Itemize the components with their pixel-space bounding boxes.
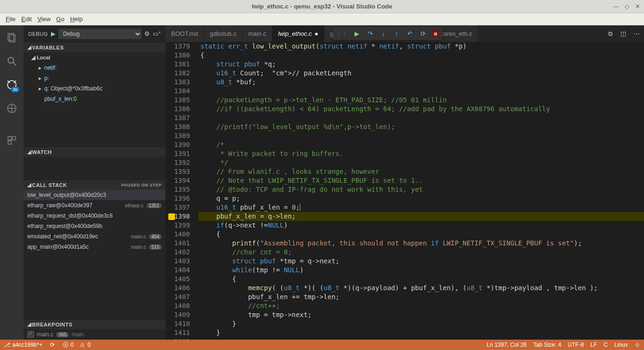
- line-number[interactable]: 1390: [165, 140, 190, 149]
- callstack-frame[interactable]: etharp_raw@0x400de397etharp.c1351: [24, 200, 165, 211]
- code-line[interactable]: {: [198, 275, 644, 284]
- editor-tab[interactable]: main.c: [242, 25, 272, 42]
- code-line[interactable]: //if ((packetLength) < 64) packetLength …: [198, 105, 644, 114]
- code-editor[interactable]: 1379138013811382138313841385138613871388…: [165, 42, 644, 340]
- callstack-frame[interactable]: etharp_request_dst@0x400de3c8: [24, 211, 165, 221]
- split-editor-icon[interactable]: ◫: [619, 30, 627, 38]
- window-close-icon[interactable]: ✕: [635, 3, 640, 10]
- code-line[interactable]: {: [198, 230, 644, 239]
- line-number[interactable]: 1387: [165, 114, 190, 122]
- callstack-frame[interactable]: emulated_net@0x400d19ecmain.c404: [24, 231, 165, 242]
- line-number[interactable]: 1384: [165, 87, 190, 96]
- variable-row[interactable]: ▸netif:: [24, 63, 165, 73]
- line-number[interactable]: 1381: [165, 60, 190, 69]
- code-line[interactable]: if(q->next !=NULL): [198, 221, 644, 230]
- variables-section-header[interactable]: ◢ VARIABLES: [24, 42, 165, 52]
- compare-icon[interactable]: ⧉: [606, 30, 614, 38]
- eol[interactable]: LF: [590, 342, 597, 348]
- line-number[interactable]: 1391: [165, 149, 190, 158]
- debug-toolbar[interactable]: ⋮⋮ ▶ ↷ ↓ ↑ ↶ ⟳ ■: [333, 27, 442, 40]
- menu-view[interactable]: View: [35, 15, 52, 24]
- variable-row[interactable]: ▸p:: [24, 73, 165, 83]
- line-number[interactable]: 1402: [165, 248, 190, 257]
- code-line[interactable]: //cnt++;: [198, 301, 644, 310]
- debug-start-icon[interactable]: ▶: [51, 30, 56, 37]
- line-number[interactable]: 1385: [165, 96, 190, 105]
- code-line[interactable]: q = p;: [198, 194, 644, 203]
- line-number[interactable]: 1380: [165, 51, 190, 60]
- code-line[interactable]: */: [198, 158, 644, 167]
- language-mode[interactable]: C: [603, 342, 608, 348]
- accounts-icon[interactable]: [5, 134, 18, 147]
- step-over-icon[interactable]: ↷: [366, 29, 374, 38]
- line-number[interactable]: 1405: [165, 275, 190, 284]
- menu-edit[interactable]: Edit: [19, 15, 33, 24]
- code-line[interactable]: memcpy( (u8_t *)( (u8_t *)(q->payload) +…: [198, 284, 644, 293]
- code-line[interactable]: //char cnt = 0;: [198, 248, 644, 257]
- line-number[interactable]: 1407: [165, 293, 190, 301]
- code-line[interactable]: }: [198, 319, 644, 328]
- code-line[interactable]: struct pbuf *tmp = q->next;: [198, 257, 644, 266]
- code-line[interactable]: [198, 337, 644, 340]
- code-line[interactable]: u16_t pbuf_x_len = 0;: [198, 203, 644, 212]
- more-icon[interactable]: ⋯: [633, 30, 640, 38]
- code-line[interactable]: printf("Assembling packet, this should n…: [198, 239, 644, 248]
- menu-help[interactable]: Help: [68, 15, 85, 24]
- line-number[interactable]: 1404: [165, 266, 190, 275]
- variable-row[interactable]: pbuf_x_len: 0: [24, 94, 165, 104]
- code-line[interactable]: // @todo: TCP and IP-frag do not work wi…: [198, 185, 644, 194]
- line-number[interactable]: 1395: [165, 185, 190, 194]
- code-line[interactable]: * Write packet to ring buffers.: [198, 149, 644, 158]
- restart-icon[interactable]: ⟳: [419, 29, 427, 38]
- tab-size[interactable]: Tab Size: 4: [533, 342, 561, 348]
- step-out-icon[interactable]: ↑: [392, 29, 401, 38]
- debug-console-icon[interactable]: ▭●: [153, 30, 161, 37]
- line-number[interactable]: 1393: [165, 167, 190, 176]
- breakpoint-row[interactable]: main.c365main: [24, 329, 165, 340]
- debug-settings-icon[interactable]: ⚙: [144, 30, 150, 37]
- step-into-icon[interactable]: ↓: [379, 29, 388, 38]
- step-back-icon[interactable]: ↶: [405, 29, 414, 38]
- callstack-frame[interactable]: app_main@0x400d1a5cmain.c515: [24, 242, 165, 252]
- line-number[interactable]: 1409: [165, 310, 190, 319]
- checkbox-icon[interactable]: [27, 331, 34, 338]
- line-number[interactable]: 1412: [165, 337, 190, 340]
- code-line[interactable]: /*: [198, 140, 644, 149]
- continue-icon[interactable]: ▶: [353, 29, 361, 38]
- line-number[interactable]: 1389: [165, 131, 190, 140]
- code-line[interactable]: u16_t Count; "cm">// packetLength: [198, 69, 644, 78]
- code-line[interactable]: while(tmp != NULL): [198, 266, 644, 275]
- git-branch[interactable]: ⎇a4cc199b*+: [4, 342, 42, 348]
- line-number[interactable]: 1386: [165, 105, 190, 114]
- code-line[interactable]: pbuf_x_len = q->len;: [198, 212, 644, 221]
- drag-handle-icon[interactable]: ⋮⋮: [336, 30, 348, 37]
- sync-button[interactable]: ⟳: [49, 342, 56, 348]
- code-line[interactable]: }: [198, 328, 644, 337]
- code-line[interactable]: [198, 131, 644, 140]
- line-number[interactable]: 1382: [165, 69, 190, 78]
- local-scope[interactable]: ◢Local: [24, 52, 165, 63]
- code-line[interactable]: struct pbuf *q;: [198, 60, 644, 69]
- line-number[interactable]: 1411: [165, 328, 190, 337]
- line-number[interactable]: 1383: [165, 78, 190, 87]
- menu-file[interactable]: File: [4, 15, 17, 24]
- editor-tab[interactable]: BOOT.md: [165, 25, 204, 42]
- line-number[interactable]: 1406: [165, 284, 190, 293]
- line-number[interactable]: 1396: [165, 194, 190, 203]
- line-number[interactable]: 1408: [165, 301, 190, 310]
- callstack-frame[interactable]: low_level_output@0x400d20c3: [24, 190, 165, 200]
- search-icon[interactable]: [5, 55, 18, 68]
- code-line[interactable]: [198, 87, 644, 96]
- line-number[interactable]: 1403: [165, 257, 190, 266]
- editor-tab[interactable]: lwip_ethoc.c●: [272, 25, 324, 42]
- line-number[interactable]: 1400: [165, 230, 190, 239]
- line-number[interactable]: 1388: [165, 122, 190, 131]
- feedback-icon[interactable]: ☺: [635, 342, 640, 348]
- line-number[interactable]: 1397: [165, 203, 190, 212]
- stop-icon[interactable]: ■: [432, 30, 439, 37]
- menu-go[interactable]: Go: [54, 15, 66, 24]
- code-line[interactable]: //packetLength = p->tot_len - ETH_PAD_SI…: [198, 96, 644, 105]
- breakpoints-section-header[interactable]: ◢ BREAKPOINTS: [24, 319, 165, 329]
- line-number[interactable]: 1410: [165, 319, 190, 328]
- watch-section-header[interactable]: ◢ WATCH: [24, 147, 165, 157]
